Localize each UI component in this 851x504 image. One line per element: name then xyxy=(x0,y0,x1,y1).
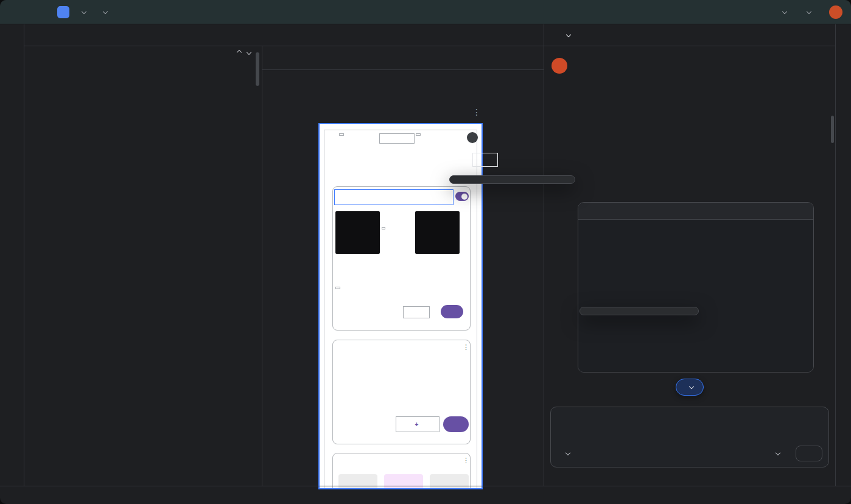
temp-up-panel[interactable] xyxy=(415,211,460,254)
close-window-button[interactable] xyxy=(9,9,16,16)
user-chat-avatar xyxy=(552,58,567,74)
model-selector[interactable] xyxy=(772,451,781,456)
ac-apply-button[interactable] xyxy=(441,305,463,318)
devices-kebab-icon[interactable]: ⋮ xyxy=(463,343,469,351)
created-file-card xyxy=(578,202,814,373)
prompt-toolbar xyxy=(557,445,822,462)
preview-context-menu xyxy=(449,175,575,184)
ambience-kebab-icon[interactable]: ⋮ xyxy=(463,457,469,464)
editor-scrollbar[interactable] xyxy=(256,52,259,86)
profile-avatar[interactable] xyxy=(467,132,478,143)
device-selector[interactable] xyxy=(772,7,791,17)
add-device-button[interactable]: + xyxy=(396,416,440,432)
created-file-diff xyxy=(578,220,813,373)
gemini-header xyxy=(544,24,835,46)
greeting-label xyxy=(416,133,421,136)
compose-preview-panel: ⋮ xyxy=(262,46,544,486)
air-conditioning-card xyxy=(332,186,471,331)
created-file-header xyxy=(578,203,813,220)
ac-toggle[interactable] xyxy=(455,192,469,201)
edit-button[interactable] xyxy=(443,416,469,432)
app-logo-icon xyxy=(57,6,69,18)
date-label xyxy=(339,133,344,136)
prompt-input[interactable] xyxy=(550,407,829,467)
temp-down-panel[interactable] xyxy=(335,211,380,254)
editor-tabs xyxy=(24,24,544,46)
project-selector[interactable] xyxy=(74,7,91,17)
zoom-window-button[interactable] xyxy=(28,9,35,16)
current-temp-label xyxy=(382,227,385,229)
ambience-card: ⋮ xyxy=(332,453,471,489)
calendar-icon xyxy=(327,133,337,143)
devices-card: ⋮ + xyxy=(332,340,471,444)
left-tool-strip xyxy=(0,24,24,486)
inspection-widget[interactable] xyxy=(226,51,254,55)
minimize-window-button[interactable] xyxy=(18,9,26,16)
title-bar xyxy=(0,0,851,24)
ai-actions-submenu xyxy=(580,307,699,315)
right-tool-strip xyxy=(835,24,851,486)
settings-label[interactable] xyxy=(335,287,340,289)
selection-highlight xyxy=(334,189,454,205)
scroll-to-bottom-button[interactable] xyxy=(676,379,704,396)
temp-center-panel xyxy=(381,211,414,254)
android-studio-window: ⋮ xyxy=(0,0,851,504)
preview-options-kebab-icon[interactable]: ⋮ xyxy=(472,107,481,117)
preview-toolbar xyxy=(262,46,544,70)
element-selection-box[interactable] xyxy=(472,153,498,167)
send-button[interactable] xyxy=(796,446,822,461)
main-area: ⋮ xyxy=(24,24,544,486)
next-problem-icon[interactable] xyxy=(247,50,251,55)
run-configuration-selector[interactable] xyxy=(796,7,816,17)
agent-mode-selector[interactable] xyxy=(562,33,572,38)
gemini-panel xyxy=(544,24,835,486)
context-selector[interactable] xyxy=(562,451,571,456)
spacer-box xyxy=(379,133,415,144)
prev-problem-icon[interactable] xyxy=(237,50,242,55)
status-bar xyxy=(0,486,851,504)
code-editor[interactable] xyxy=(24,46,262,486)
chat-scrollbar[interactable] xyxy=(831,116,834,143)
add-timer-button[interactable] xyxy=(403,306,430,318)
vcs-menu[interactable] xyxy=(96,7,112,17)
user-avatar[interactable] xyxy=(829,5,842,19)
